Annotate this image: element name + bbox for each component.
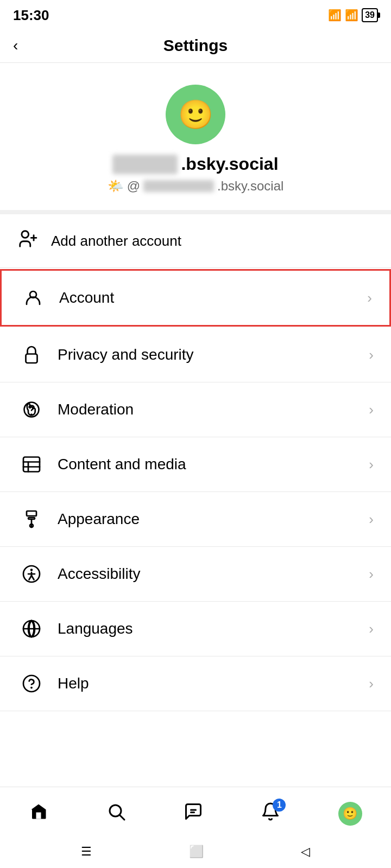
moderation-chevron: › — [369, 401, 374, 418]
system-nav: ☰ ⬜ ◁ — [0, 835, 391, 868]
svg-rect-26 — [36, 812, 41, 819]
settings-item-help[interactable]: Help › — [0, 656, 391, 711]
svg-point-0 — [22, 231, 29, 238]
content-chevron: › — [369, 456, 374, 473]
account-chevron: › — [367, 290, 372, 307]
back-button[interactable]: ‹ — [13, 37, 18, 54]
help-chevron: › — [369, 675, 374, 692]
nav-messages[interactable] — [184, 802, 203, 826]
privacy-chevron: › — [369, 347, 374, 363]
call-icon: 📶 — [345, 9, 358, 22]
svg-rect-7 — [23, 457, 40, 472]
battery-indicator: 39 — [362, 8, 378, 22]
top-bar: ‹ Settings — [0, 28, 391, 63]
add-account-icon — [17, 228, 38, 253]
page-title: Settings — [163, 36, 228, 55]
nav-home[interactable] — [29, 802, 48, 826]
svg-point-24 — [23, 675, 40, 692]
sys-back-icon[interactable]: ◁ — [301, 845, 310, 859]
home-icon — [29, 802, 48, 826]
settings-list: Account › Privacy and security › Moderat… — [0, 268, 391, 787]
nav-search[interactable] — [106, 802, 126, 826]
svg-line-20 — [31, 576, 34, 580]
nav-avatar: 🙂 — [338, 802, 362, 826]
languages-chevron: › — [369, 621, 374, 637]
sun-emoji: 🌤️ — [108, 178, 124, 194]
bottom-nav: 1 🙂 — [0, 787, 391, 835]
privacy-icon — [17, 341, 46, 369]
profile-section: 🙂 .bsky.social 🌤️ @.bsky.social — [0, 63, 391, 214]
nav-profile[interactable]: 🙂 — [338, 802, 362, 826]
accessibility-label: Accessibility — [58, 565, 369, 583]
content-label: Content and media — [58, 456, 369, 473]
appearance-icon — [17, 505, 46, 533]
settings-item-appearance[interactable]: Appearance › — [0, 492, 391, 547]
account-label: Account — [59, 289, 367, 307]
sys-home-icon[interactable]: ⬜ — [189, 845, 204, 859]
avatar-emoji: 🙂 — [178, 98, 213, 131]
add-account-row[interactable]: Add another account — [0, 214, 391, 268]
moderation-icon — [17, 395, 46, 424]
settings-item-privacy[interactable]: Privacy and security › — [0, 328, 391, 382]
notification-badge: 1 — [273, 799, 286, 812]
help-icon — [17, 669, 46, 698]
privacy-label: Privacy and security — [58, 346, 369, 363]
handle: 🌤️ @.bsky.social — [108, 178, 284, 194]
content-icon — [17, 450, 46, 478]
display-name-blurred — [112, 155, 178, 174]
status-bar: 15:30 📶 📶 39 — [0, 0, 391, 28]
accessibility-chevron: › — [369, 566, 374, 583]
languages-label: Languages — [58, 620, 369, 637]
nav-avatar-emoji: 🙂 — [343, 807, 357, 821]
svg-point-16 — [30, 569, 33, 571]
wifi-icon: 📶 — [328, 9, 342, 22]
handle-blurred — [143, 180, 214, 192]
appearance-chevron: › — [369, 511, 374, 528]
display-name-suffix: .bsky.social — [181, 154, 278, 174]
nav-notifications[interactable]: 1 — [261, 802, 280, 826]
status-icons: 📶 📶 39 — [328, 8, 378, 22]
status-time: 15:30 — [13, 7, 49, 24]
sys-menu-icon[interactable]: ☰ — [81, 845, 92, 859]
settings-item-moderation[interactable]: Moderation › — [0, 382, 391, 437]
settings-item-languages[interactable]: Languages › — [0, 602, 391, 656]
avatar[interactable]: 🙂 — [166, 85, 225, 144]
settings-item-content[interactable]: Content and media › — [0, 437, 391, 492]
settings-item-account[interactable]: Account › — [0, 269, 391, 327]
account-icon — [19, 284, 47, 312]
display-name: .bsky.social — [112, 154, 278, 174]
svg-rect-11 — [27, 511, 36, 516]
appearance-label: Appearance — [58, 510, 369, 528]
svg-line-28 — [119, 815, 124, 819]
handle-suffix: .bsky.social — [217, 178, 283, 194]
accessibility-icon — [17, 560, 46, 588]
search-icon — [106, 802, 126, 826]
messages-icon — [184, 802, 203, 826]
settings-item-accessibility[interactable]: Accessibility › — [0, 547, 391, 602]
languages-icon — [17, 615, 46, 643]
add-account-label: Add another account — [51, 233, 181, 250]
help-label: Help — [58, 675, 369, 692]
moderation-label: Moderation — [58, 401, 369, 418]
svg-rect-4 — [26, 354, 37, 363]
handle-at: @ — [127, 178, 140, 194]
